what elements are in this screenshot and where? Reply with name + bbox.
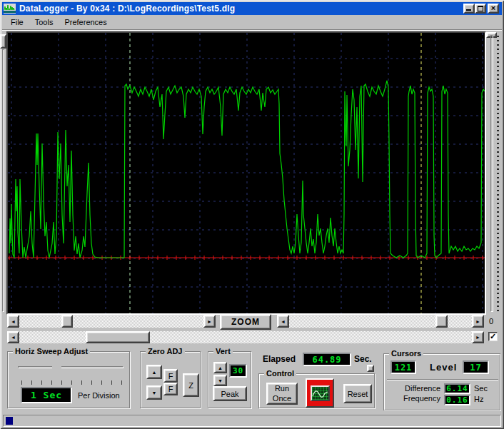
elapsed-unit-label: Sec. xyxy=(354,354,372,364)
cursor-position-lcd: 121 xyxy=(390,360,416,374)
vert-title: Vert xyxy=(213,347,233,355)
option-checkbox[interactable]: ✓ xyxy=(488,332,498,341)
reset-button[interactable]: Reset xyxy=(343,384,372,403)
vert-scale-lcd: 30 xyxy=(229,364,247,378)
active-highlight xyxy=(307,380,333,406)
elapsed-lcd: 64.89 xyxy=(303,353,351,366)
vert-group: Vert ▲ ▼ 30 Peak xyxy=(208,351,251,408)
difference-unit-label: Sec xyxy=(474,384,488,393)
left-arrow-icon: ◄ xyxy=(11,335,16,340)
progress-segment xyxy=(6,417,13,425)
level-lcd: 17 xyxy=(463,360,489,374)
right-slider-value: 0 xyxy=(489,317,493,325)
sweep-rate-lcd: 1 Sec xyxy=(21,387,72,403)
close-icon: × xyxy=(489,4,498,12)
menu-file[interactable]: File xyxy=(5,16,29,28)
zoom-button[interactable]: ZOOM xyxy=(220,314,271,330)
scope-screen-icon xyxy=(311,385,330,401)
titlebar[interactable]: DataLogger - By 0x34 : D:\LogRecordings\… xyxy=(2,2,502,15)
app-icon xyxy=(4,4,16,14)
vert-down-button[interactable]: ▼ xyxy=(213,375,227,386)
zero-up-button[interactable]: ▲ xyxy=(146,365,162,379)
minimize-icon xyxy=(466,9,471,11)
zero-button[interactable]: Z xyxy=(183,373,199,397)
down-arrow-icon: ▼ xyxy=(152,390,157,395)
frequency-unit-label: Hz xyxy=(474,395,483,403)
frequency-lcd: 0.16 xyxy=(444,395,470,405)
cursors-group: Cursors 121 Level 17 Difference 6.14 Sec… xyxy=(383,353,500,410)
difference-label: Difference xyxy=(403,384,440,393)
scroll-left-button[interactable]: ◄ xyxy=(7,331,19,343)
maximize-button[interactable] xyxy=(475,4,486,14)
scroll-right-button[interactable]: ► xyxy=(472,315,484,328)
menu-divider xyxy=(2,29,502,31)
down-arrow-icon: ▼ xyxy=(218,378,223,383)
right-arrow-icon: ► xyxy=(475,319,480,324)
horiz-sweep-ticks xyxy=(21,380,122,385)
right-arrow-icon: ► xyxy=(207,319,212,324)
horiz-sweep-group: Horiz Sweep Adjust 1 Sec Per Division xyxy=(7,351,130,408)
right-slider-ticks xyxy=(497,36,499,311)
scrollbar-track[interactable] xyxy=(19,315,203,328)
up-arrow-icon: ▲ xyxy=(152,370,157,375)
horiz-sweep-track[interactable] xyxy=(18,366,124,368)
scrollbar-thumb[interactable] xyxy=(86,331,150,343)
left-slider-thumb[interactable] xyxy=(0,34,6,49)
up-arrow-icon: ▲ xyxy=(218,365,223,370)
titlebar-buttons: × xyxy=(463,4,499,14)
horiz-sweep-title: Horiz Sweep Adjust xyxy=(13,347,90,355)
zero-adj-title: Zero ADJ xyxy=(146,347,185,355)
waveform-plot[interactable] xyxy=(8,33,485,313)
difference-lcd: 6.14 xyxy=(444,383,470,394)
cursors-title: Cursors xyxy=(389,349,423,358)
fine-up-button[interactable]: F xyxy=(163,369,178,383)
horiz-sweep-thumb[interactable] xyxy=(52,358,61,377)
left-arrow-icon: ◄ xyxy=(281,319,286,324)
run-once-button[interactable]: Run Once xyxy=(266,383,298,405)
per-division-label: Per Division xyxy=(78,391,120,400)
scroll-right-button[interactable]: ► xyxy=(472,331,484,343)
right-slider-track[interactable] xyxy=(490,35,493,312)
h-scrollbar-left: ◄ ► xyxy=(7,315,216,328)
app-window: DataLogger - By 0x34 : D:\LogRecordings\… xyxy=(0,0,504,429)
plot-frame xyxy=(6,31,486,315)
scrollbar-thumb[interactable] xyxy=(61,315,73,328)
check-icon: ✓ xyxy=(490,332,496,340)
close-button[interactable]: × xyxy=(488,4,499,14)
zero-adj-group: Zero ADJ ▲ ▼ F F Z xyxy=(140,351,201,408)
scroll-left-button[interactable]: ◄ xyxy=(7,315,19,328)
peak-button[interactable]: Peak xyxy=(213,386,247,401)
window-title: DataLogger - By 0x34 : D:\LogRecordings\… xyxy=(19,4,235,14)
fine-down-button[interactable]: F xyxy=(163,383,178,395)
h-scrollbar-right: ◄ ► xyxy=(277,315,484,328)
control-title: Control xyxy=(264,369,296,378)
menu-preferences[interactable]: Preferences xyxy=(59,16,112,28)
cursors-divider xyxy=(387,379,498,380)
elapsed-mini-button[interactable] xyxy=(367,365,374,372)
zero-down-button[interactable]: ▼ xyxy=(146,385,162,400)
maximize-icon xyxy=(478,6,483,11)
left-slider-track[interactable] xyxy=(2,49,4,312)
scrollbar-thumb[interactable] xyxy=(435,315,448,328)
run-continuous-button[interactable] xyxy=(306,378,334,408)
control-group: Control Run Once Reset xyxy=(258,373,375,408)
left-arrow-icon: ◄ xyxy=(11,319,16,324)
frequency-label: Frequency xyxy=(402,394,440,403)
minimize-button[interactable] xyxy=(463,4,475,14)
pan-scrollbar: ◄ ► xyxy=(7,331,484,343)
menubar: File Tools Preferences xyxy=(2,15,502,29)
status-bar xyxy=(3,415,501,427)
level-label: Level xyxy=(430,362,457,373)
vert-up-button[interactable]: ▲ xyxy=(213,362,227,373)
elapsed-label: Elapsed xyxy=(263,354,296,364)
scroll-left-button[interactable]: ◄ xyxy=(277,315,289,328)
scroll-right-button[interactable]: ► xyxy=(203,315,216,328)
right-arrow-icon: ► xyxy=(475,335,480,340)
menu-tools[interactable]: Tools xyxy=(29,16,59,28)
